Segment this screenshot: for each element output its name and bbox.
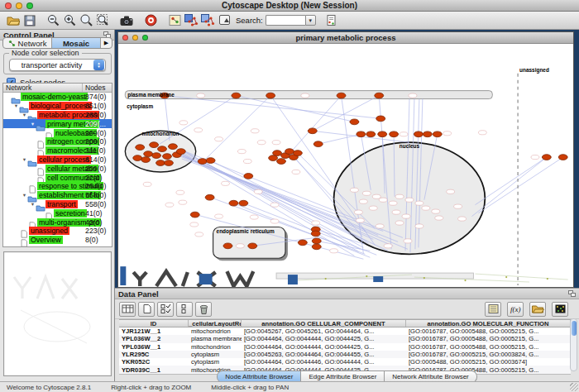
node-label-chip[interactable] (443, 131, 452, 136)
node-label-chip[interactable] (415, 224, 423, 228)
node-label-chip[interactable] (272, 141, 280, 145)
tree-row[interactable]: ▼secretion41(0) (3, 208, 112, 218)
network-node[interactable] (150, 142, 159, 148)
birdseye-view[interactable] (3, 251, 112, 376)
blue-node-rect[interactable] (373, 276, 383, 282)
hide-graphics-details-icon[interactable] (199, 12, 216, 28)
resize-grip-icon[interactable] (570, 383, 578, 391)
annotation-icon[interactable] (216, 12, 232, 28)
node-label-chip[interactable] (222, 181, 230, 185)
table-row[interactable]: YJR121W__1mitochondrion[GO:0045267, GO:0… (119, 327, 571, 335)
node-label-chip[interactable] (432, 209, 440, 213)
tree-row[interactable]: ▼macromolecule311(0) (3, 146, 112, 155)
table-row[interactable]: YPL036W__1mitochondrion[GO:0044464, GO:0… (119, 343, 571, 351)
node-label-chip[interactable] (270, 219, 279, 223)
disclosure-triangle-icon[interactable]: ▼ (30, 122, 36, 127)
network-node[interactable] (433, 131, 442, 137)
zoom-out-icon[interactable] (45, 12, 61, 28)
tree-row[interactable]: ▼multi-organism pro42(0) (3, 218, 112, 227)
network-node[interactable] (311, 231, 320, 237)
disclosure-triangle-icon[interactable]: ▼ (22, 193, 27, 198)
open-icon[interactable] (4, 12, 21, 28)
tree-header-network[interactable]: Network (3, 84, 83, 92)
network-node[interactable] (239, 200, 248, 206)
tree-row[interactable]: ▼cellular metabo209(0) (3, 164, 112, 173)
tree-row[interactable]: ▼cellular process614(0) (3, 155, 112, 165)
search-options-icon[interactable] (323, 12, 340, 28)
network-node[interactable] (168, 144, 177, 150)
network-node[interactable] (136, 145, 145, 151)
blue-node-rect[interactable] (120, 266, 126, 285)
table-row[interactable]: YPL036W__2plasma membrane[GO:0044464, GO… (119, 335, 571, 342)
network-node[interactable] (312, 238, 321, 244)
network-node[interactable] (229, 200, 238, 206)
network-node[interactable] (244, 174, 253, 179)
tab-mosaic[interactable]: Mosaic (52, 38, 101, 48)
tree-row[interactable]: ▼transport558(0) (3, 200, 112, 209)
network-node[interactable] (298, 240, 307, 246)
network-node[interactable] (248, 243, 257, 249)
tree-row[interactable]: ▼response to stimulu264(0) (3, 182, 112, 191)
node-label-chip[interactable] (243, 159, 251, 163)
node-label-chip[interactable] (254, 189, 262, 194)
network-node[interactable] (164, 160, 173, 166)
tree-row[interactable]: ▼cell communicat22(0) (3, 173, 112, 182)
float-data-panel-icon[interactable] (568, 290, 576, 297)
zoom-in-icon[interactable] (61, 12, 78, 28)
node-label-chip[interactable] (356, 218, 364, 222)
node-label-chip[interactable] (395, 194, 404, 198)
node-color-dropdown[interactable]: transporter activity ▲▼ (9, 59, 106, 71)
node-label-chip[interactable] (435, 216, 443, 220)
tab-overflow-arrow[interactable]: ▶ (101, 38, 112, 48)
node-label-chip[interactable] (236, 244, 244, 248)
node-label-chip[interactable] (250, 215, 258, 219)
tree-row[interactable]: ▼unassigned223(0) (3, 227, 112, 236)
node-label-chip[interactable] (354, 210, 362, 214)
zoom-selected-icon[interactable] (78, 12, 94, 28)
node-label-chip[interactable] (372, 194, 380, 198)
tree-row[interactable]: ▼Overview8(0) (3, 236, 112, 245)
show-graphics-details-icon[interactable] (183, 12, 199, 28)
node-label-chip[interactable] (190, 222, 199, 227)
attribute-batch-icon[interactable] (485, 302, 501, 317)
network-canvas[interactable]: plasma membranecytoplasmmitochondrionnuc… (118, 44, 573, 287)
network-node[interactable] (558, 155, 567, 160)
node-label-chip[interactable] (179, 121, 188, 125)
node-label-chip[interactable] (369, 206, 377, 210)
blue-node-rect[interactable] (199, 274, 213, 284)
network-node[interactable] (158, 146, 167, 152)
network-node[interactable] (376, 116, 385, 122)
table-column-header[interactable]: annotation.GO MOLECULAR_FUNCTION (406, 320, 571, 327)
tree-row[interactable]: ▼primary metabo209(... (3, 119, 112, 128)
tree-row[interactable]: ▼establishment of lo558(0) (3, 191, 112, 200)
graphics-details-icon[interactable] (166, 12, 183, 28)
network-node[interactable] (375, 93, 384, 98)
tab-network[interactable]: Network (3, 38, 52, 48)
function-builder-icon[interactable]: f(x) (507, 302, 524, 317)
tree-header-nodes[interactable]: Nodes (83, 84, 108, 92)
table-row[interactable]: YKR052Ccytoplasm[GO:0044464, GO:0044446,… (119, 358, 571, 366)
table-scrollbar-thumb[interactable] (572, 321, 577, 336)
delete-attribute-icon[interactable] (195, 302, 212, 317)
network-node[interactable] (285, 149, 294, 155)
network-window-titlebar[interactable]: primary metabolic process (118, 32, 573, 44)
node-label-chip[interactable] (215, 214, 223, 218)
node-label-chip[interactable] (194, 128, 203, 132)
node-label-chip[interactable] (415, 201, 423, 205)
tree-row[interactable]: ▼nitrogen compo209(0) (3, 137, 112, 146)
network-edge[interactable] (203, 96, 270, 161)
attribute-editor-icon[interactable] (119, 302, 136, 317)
table-scrollbar[interactable] (570, 318, 577, 371)
network-node[interactable] (190, 212, 199, 218)
node-label-chip[interactable] (384, 244, 392, 248)
blue-node-rect[interactable] (288, 275, 298, 284)
tree-row[interactable]: ▼biological_process651(0) (3, 102, 112, 111)
disclosure-triangle-icon[interactable]: ▼ (13, 103, 19, 108)
node-label-chip[interactable] (237, 150, 246, 154)
network-node[interactable] (133, 155, 142, 161)
table-column-header[interactable]: annotation.GO CELLULAR_COMPONENT (242, 320, 406, 327)
node-label-chip[interactable] (292, 170, 300, 174)
node-label-chip[interactable] (389, 201, 397, 205)
node-label-chip[interactable] (270, 203, 279, 207)
network-node[interactable] (390, 131, 399, 137)
